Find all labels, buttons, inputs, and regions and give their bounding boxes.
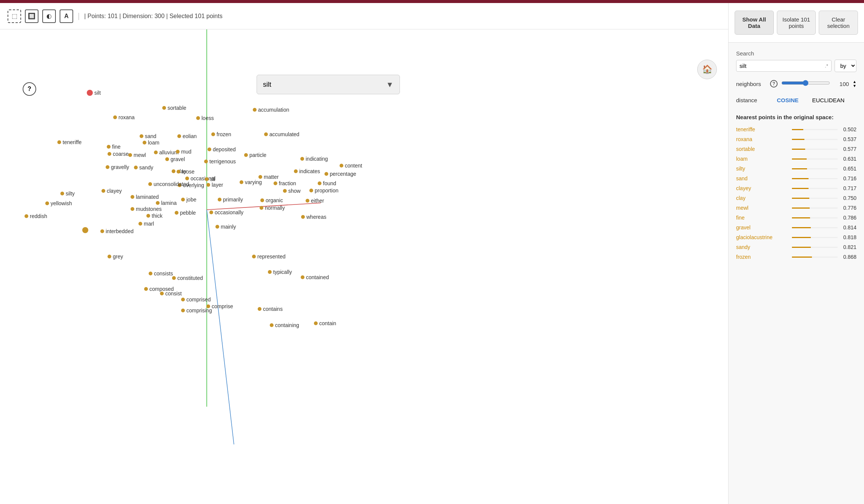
nearest-name[interactable]: clayey: [736, 185, 789, 191]
search-by-select[interactable]: by: [835, 60, 856, 72]
regex-button[interactable]: .*: [825, 63, 828, 69]
data-point[interactable]: accumulation: [253, 107, 289, 113]
data-point[interactable]: silty: [60, 191, 75, 197]
data-point[interactable]: mewl: [128, 152, 146, 158]
nearest-name[interactable]: sortable: [736, 146, 789, 152]
neighbors-slider[interactable]: [781, 80, 830, 86]
nearest-name[interactable]: clay: [736, 195, 789, 201]
data-point[interactable]: indicates: [294, 168, 320, 174]
data-point[interactable]: occasionally: [209, 209, 243, 215]
data-point[interactable]: laminated: [131, 194, 159, 200]
nearest-name[interactable]: gravel: [736, 224, 789, 230]
data-point[interactable]: containing: [270, 322, 299, 328]
data-point[interactable]: pebble: [175, 210, 196, 216]
data-point[interactable]: frozen: [211, 131, 231, 137]
data-point[interactable]: comprise: [206, 303, 233, 309]
data-point[interactable]: reddish: [25, 213, 47, 219]
data-point[interactable]: consist: [160, 290, 182, 297]
euclidean-option[interactable]: EUCLIDEAN: [809, 95, 848, 105]
selection-icon[interactable]: ⬚: [8, 9, 21, 23]
data-point[interactable]: varying: [240, 179, 262, 185]
data-point[interactable]: clayey: [101, 188, 122, 194]
data-point[interactable]: yellowish: [45, 200, 72, 206]
data-point[interactable]: coarse: [108, 151, 129, 157]
data-point[interactable]: thick: [146, 213, 163, 219]
data-point[interactable]: [82, 227, 88, 233]
nearest-name[interactable]: sandy: [736, 244, 789, 250]
data-point[interactable]: content: [340, 163, 362, 169]
data-point[interactable]: either: [306, 198, 324, 204]
data-point[interactable]: terrigenous: [204, 158, 236, 164]
data-point[interactable]: contained: [301, 274, 329, 280]
data-point[interactable]: mud: [176, 149, 191, 155]
data-point[interactable]: roxana: [113, 114, 135, 120]
data-point[interactable]: comprised: [181, 297, 211, 303]
data-point[interactable]: mudstones: [131, 206, 161, 212]
data-point[interactable]: matter: [258, 174, 279, 180]
data-point[interactable]: gravel: [165, 156, 185, 162]
data-point[interactable]: contains: [258, 306, 283, 312]
data-point[interactable]: consists: [149, 270, 173, 277]
help-button[interactable]: ?: [23, 82, 36, 96]
data-point[interactable]: interbedded: [100, 228, 134, 234]
isolate-button[interactable]: Isolate 101points: [777, 11, 816, 35]
neighbors-help-icon[interactable]: ?: [770, 80, 778, 88]
moon-icon[interactable]: ◐: [42, 9, 56, 23]
clear-selection-button[interactable]: Clear selection: [819, 11, 858, 35]
contrast-icon[interactable]: 🔲: [25, 9, 38, 23]
data-point[interactable]: sand: [140, 133, 156, 139]
data-point[interactable]: accumulated: [264, 131, 299, 137]
search-input[interactable]: [739, 63, 825, 69]
nearest-name[interactable]: frozen: [736, 254, 789, 260]
data-point[interactable]: gravelly: [106, 164, 129, 170]
data-point[interactable]: jobe: [181, 197, 196, 203]
data-point[interactable]: loose: [177, 169, 194, 175]
data-point[interactable]: typically: [268, 269, 292, 275]
data-point[interactable]: alluvium: [154, 149, 178, 155]
data-point[interactable]: contain: [314, 320, 336, 326]
data-point[interactable]: sandy: [134, 164, 153, 171]
data-point[interactable]: found: [318, 180, 336, 186]
data-point[interactable]: show: [283, 188, 301, 194]
nearest-name[interactable]: mewl: [736, 205, 789, 211]
data-point[interactable]: percentage: [324, 171, 356, 177]
nearest-name[interactable]: glaciolacustrine: [736, 234, 789, 240]
data-point[interactable]: lamina: [156, 200, 177, 206]
data-point[interactable]: loam: [143, 140, 159, 146]
data-point[interactable]: eolian: [177, 133, 197, 139]
data-point[interactable]: mainly: [215, 224, 236, 230]
data-point[interactable]: till: [205, 176, 215, 182]
data-point[interactable]: loess: [196, 115, 214, 121]
data-point[interactable]: organic: [260, 197, 283, 203]
data-point[interactable]: layer: [206, 182, 223, 188]
data-point[interactable]: indicating: [300, 156, 328, 162]
data-point[interactable]: deposited: [208, 146, 236, 152]
home-button[interactable]: 🏠: [697, 60, 717, 79]
data-point[interactable]: represented: [252, 254, 286, 260]
data-point[interactable]: teneriffe: [57, 139, 81, 145]
data-point[interactable]: marl: [138, 221, 154, 227]
cosine-option[interactable]: COSINE: [774, 95, 802, 105]
data-point[interactable]: unconsolidated: [148, 181, 189, 187]
data-point[interactable]: whereas: [301, 214, 326, 220]
data-point[interactable]: silt: [87, 90, 101, 96]
data-point[interactable]: constituted: [172, 275, 203, 281]
nearest-name[interactable]: roxana: [736, 136, 789, 142]
data-point[interactable]: fraction: [274, 180, 296, 186]
nearest-name[interactable]: sand: [736, 175, 789, 181]
text-icon[interactable]: A: [60, 9, 73, 23]
neighbors-stepper[interactable]: ▲▼: [853, 80, 856, 88]
data-point[interactable]: fine: [107, 144, 121, 150]
nearest-name[interactable]: silty: [736, 166, 789, 172]
nearest-name[interactable]: fine: [736, 215, 789, 221]
data-point[interactable]: normally: [260, 205, 285, 211]
show-all-button[interactable]: Show All Data: [735, 11, 774, 35]
data-point[interactable]: proportion: [309, 187, 338, 194]
data-point[interactable]: primarily: [218, 197, 243, 203]
data-point[interactable]: sortable: [162, 105, 186, 111]
nearest-name[interactable]: loam: [736, 156, 789, 162]
data-point[interactable]: grey: [108, 254, 123, 260]
nearest-name[interactable]: teneriffe: [736, 126, 789, 132]
search-dropdown[interactable]: silt ▼: [257, 75, 400, 94]
data-point[interactable]: particle: [244, 152, 266, 158]
